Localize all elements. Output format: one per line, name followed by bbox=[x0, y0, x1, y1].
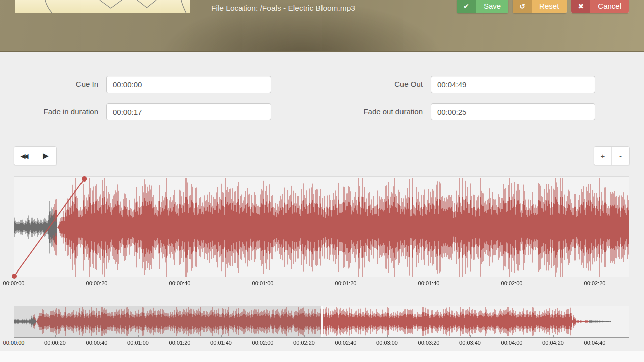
rewind-icon: ◀◀ bbox=[21, 152, 29, 160]
reset-button-label: Reset bbox=[532, 0, 567, 13]
reset-arrow-icon: ↺ bbox=[513, 0, 532, 13]
cue-out-field[interactable] bbox=[431, 76, 595, 93]
axis-tick-label: 00:00:20 bbox=[86, 280, 108, 286]
axis-tick-label: 00:00:00 bbox=[3, 340, 25, 346]
axis-tick-label: 00:03:20 bbox=[418, 340, 440, 346]
axis-tick-label: 00:03:00 bbox=[376, 340, 398, 346]
axis-tick bbox=[14, 335, 14, 338]
overview-axis: 00:00:0000:00:2000:00:4000:01:0000:01:20… bbox=[14, 337, 629, 348]
overview-waveform: 00:00:0000:00:2000:00:4000:01:0000:01:20… bbox=[14, 306, 629, 337]
axis-tick bbox=[470, 335, 471, 338]
save-button[interactable]: ✔ Save bbox=[457, 0, 508, 13]
axis-tick bbox=[180, 335, 180, 338]
axis-tick bbox=[55, 335, 56, 338]
zoom-out-button[interactable]: - bbox=[612, 147, 629, 165]
axis-tick-label: 00:02:00 bbox=[252, 340, 274, 346]
axis-tick-label: 00:01:20 bbox=[169, 340, 191, 346]
fade-in-duration-label: Fade in duration bbox=[0, 108, 98, 116]
header-buttons: ✔ Save ↺ Reset ✖ Cancel bbox=[457, 0, 629, 13]
axis-tick bbox=[595, 275, 595, 278]
cue-out-label: Cue Out bbox=[325, 80, 423, 88]
zoom-in-button[interactable]: + bbox=[594, 147, 612, 165]
axis-tick bbox=[263, 335, 263, 338]
rewind-button[interactable]: ◀◀ bbox=[14, 147, 35, 165]
axis-tick bbox=[97, 335, 97, 338]
cue-in-label: Cue In bbox=[0, 80, 98, 88]
axis-tick-label: 00:01:00 bbox=[252, 280, 274, 286]
axis-tick bbox=[595, 335, 595, 338]
axis-tick-label: 00:00:40 bbox=[169, 280, 191, 286]
axis-tick bbox=[512, 275, 512, 278]
fade-out-duration-label: Fade out duration bbox=[325, 108, 423, 116]
axis-tick bbox=[387, 335, 388, 338]
cue-in-field[interactable] bbox=[106, 76, 271, 93]
overview-viewport-region[interactable] bbox=[14, 306, 321, 337]
axis-tick bbox=[346, 335, 346, 338]
axis-tick bbox=[512, 335, 512, 338]
axis-tick-label: 00:02:40 bbox=[335, 340, 357, 346]
axis-tick bbox=[97, 275, 97, 278]
album-art-image bbox=[15, 0, 190, 13]
axis-tick-label: 00:04:00 bbox=[501, 340, 523, 346]
close-icon: ✖ bbox=[571, 0, 590, 13]
axis-tick bbox=[553, 335, 554, 338]
axis-tick bbox=[14, 275, 14, 278]
axis-tick-label: 00:01:20 bbox=[335, 280, 357, 286]
header: File Location: /Foals - Electric Bloom.m… bbox=[0, 0, 644, 52]
axis-tick-label: 00:00:00 bbox=[3, 280, 25, 286]
main-waveform: 00:00:0000:00:2000:00:4000:01:0000:01:20… bbox=[14, 176, 629, 277]
reset-button[interactable]: ↺ Reset bbox=[513, 0, 567, 13]
axis-tick-label: 00:04:20 bbox=[542, 340, 564, 346]
footer-strip bbox=[0, 351, 644, 362]
transport-controls: ◀◀ ▶ bbox=[14, 146, 57, 165]
axis-tick-label: 00:00:40 bbox=[86, 340, 108, 346]
axis-tick bbox=[346, 275, 346, 278]
play-icon: ▶ bbox=[43, 151, 49, 160]
axis-tick-label: 00:02:00 bbox=[501, 280, 523, 286]
axis-tick-label: 00:03:40 bbox=[459, 340, 481, 346]
file-location-text: File Location: /Foals - Electric Bloom.m… bbox=[211, 2, 355, 15]
axis-tick-label: 00:02:20 bbox=[584, 280, 606, 286]
main-waveform-axis: 00:00:0000:00:2000:00:4000:01:0000:01:20… bbox=[14, 278, 629, 289]
check-icon: ✔ bbox=[457, 0, 476, 13]
overview-viewport-edge[interactable] bbox=[321, 306, 323, 337]
axis-tick bbox=[138, 335, 139, 338]
fade-in-end-handle[interactable] bbox=[82, 176, 87, 182]
axis-tick bbox=[429, 335, 429, 338]
axis-tick bbox=[429, 275, 429, 278]
play-button[interactable]: ▶ bbox=[35, 147, 56, 165]
axis-tick bbox=[221, 335, 222, 338]
axis-tick-label: 00:01:40 bbox=[418, 280, 440, 286]
axis-tick-label: 00:04:40 bbox=[584, 340, 606, 346]
save-button-label: Save bbox=[476, 0, 508, 13]
audio-cue-editor-page: File Location: /Foals - Electric Bloom.m… bbox=[0, 0, 644, 362]
axis-tick bbox=[304, 335, 305, 338]
axis-tick bbox=[263, 275, 263, 278]
axis-tick-label: 00:01:00 bbox=[127, 340, 149, 346]
axis-tick-label: 00:00:20 bbox=[44, 340, 66, 346]
fade-in-envelope bbox=[14, 177, 629, 278]
cancel-button[interactable]: ✖ Cancel bbox=[571, 0, 629, 13]
album-art-lines bbox=[15, 0, 190, 13]
axis-tick bbox=[180, 275, 180, 278]
axis-tick-label: 00:02:20 bbox=[293, 340, 315, 346]
fade-out-duration-field[interactable] bbox=[431, 103, 595, 120]
fade-in-duration-field[interactable] bbox=[106, 103, 271, 120]
cancel-button-label: Cancel bbox=[590, 0, 629, 13]
axis-tick-label: 00:01:40 bbox=[210, 340, 232, 346]
zoom-controls: + - bbox=[594, 146, 630, 165]
